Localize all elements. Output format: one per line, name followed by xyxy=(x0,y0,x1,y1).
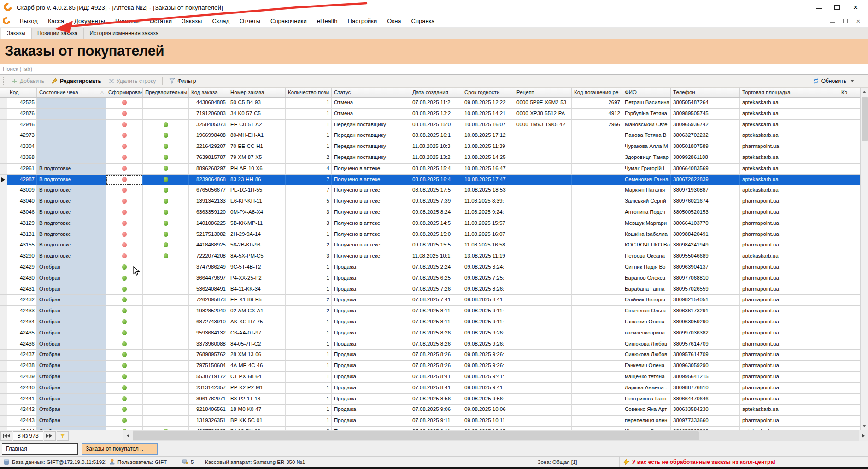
cell-expires[interactable]: 09.08.2025 8:41: xyxy=(462,295,514,306)
cell-fio[interactable]: Барабана Ганна xyxy=(622,284,671,295)
cell-created[interactable]: 07.08.2025 8:41 xyxy=(410,372,462,383)
column-header-redeem[interactable]: Код погашения ре xyxy=(572,88,622,97)
cell-expires[interactable]: 10.08.2025 14:21 xyxy=(462,109,514,120)
cell-prelim[interactable] xyxy=(143,273,189,284)
tab-История изменения заказа[interactable]: История изменения заказа xyxy=(84,28,165,39)
cell-code[interactable]: 42876 xyxy=(7,109,37,120)
cell-formed[interactable] xyxy=(106,328,143,339)
cell-redeem[interactable]: 4912 xyxy=(572,109,622,120)
table-row[interactable]: 42430Отобран3664479697P4-XX-25-P21Продаж… xyxy=(0,273,860,284)
cell-qty[interactable]: 2 xyxy=(286,295,332,306)
cell-created[interactable]: 07.08.2025 8:56 xyxy=(410,394,462,405)
cell-formed[interactable] xyxy=(106,218,143,229)
cell-state[interactable]: В подготовке xyxy=(37,164,106,175)
menu-item-eHealth[interactable]: eHealth xyxy=(312,16,343,26)
cell-prelim[interactable] xyxy=(143,109,189,120)
column-header-platform[interactable]: Торговая площадка xyxy=(740,88,839,97)
cell-phone[interactable]: 380963059290 xyxy=(671,317,740,328)
cell-ko[interactable] xyxy=(839,207,860,218)
cell-recipe[interactable] xyxy=(514,405,572,416)
cell-formed[interactable] xyxy=(106,175,143,186)
cell-redeem[interactable] xyxy=(572,405,622,416)
cell-recipe[interactable] xyxy=(514,383,572,394)
cell-indicator[interactable] xyxy=(0,251,7,262)
cell-state[interactable]: Отобран xyxy=(37,295,106,306)
cell-code[interactable]: 42961 xyxy=(7,164,37,175)
cell-prelim[interactable] xyxy=(143,120,189,131)
column-header-order_num[interactable]: Номер заказа xyxy=(228,88,286,97)
cell-order_code[interactable]: 6872743910 xyxy=(189,317,228,328)
table-row[interactable]: 42429Отобран37479862499C-5T-4B-T21Продаж… xyxy=(0,262,860,273)
add-button[interactable]: Добавить xyxy=(8,76,48,86)
cell-phone[interactable]: 380992861188 xyxy=(671,152,740,164)
vertical-scroll-thumb[interactable] xyxy=(862,97,868,141)
cell-redeem[interactable] xyxy=(572,295,622,306)
cell-order_num[interactable]: 02-AM-CX-A1 xyxy=(228,306,286,317)
cell-status[interactable]: Получено в аптеке xyxy=(332,251,410,262)
cell-indicator[interactable] xyxy=(0,152,7,164)
cell-state[interactable]: В подготовке xyxy=(37,207,106,218)
menu-item-Заказы[interactable]: Заказы xyxy=(177,16,207,26)
column-header-ko[interactable]: Ко xyxy=(839,88,860,97)
cell-order_code[interactable]: 1391342133 xyxy=(189,196,228,207)
cell-prelim[interactable] xyxy=(143,416,189,427)
cell-indicator[interactable] xyxy=(0,405,7,416)
cell-qty[interactable]: 1 xyxy=(286,317,332,328)
cell-formed[interactable] xyxy=(106,350,143,361)
table-row[interactable]: 42431Отобран5362408491B4-11-KK-341Продаж… xyxy=(0,284,860,295)
cell-redeem[interactable] xyxy=(572,164,622,175)
cell-recipe[interactable] xyxy=(514,284,572,295)
cell-expires[interactable]: 09.08.2025 9:26: xyxy=(462,361,514,372)
cell-formed[interactable] xyxy=(106,394,143,405)
cell-expires[interactable]: 09.08.2025 9:26: xyxy=(462,350,514,361)
cell-ko[interactable] xyxy=(839,196,860,207)
column-header-order_code[interactable]: Код заказа xyxy=(189,88,228,97)
cell-platform[interactable]: pharmapoint.ua xyxy=(740,295,839,306)
table-row[interactable]: 42442Отобран921840656118-M0-K0-471Продаж… xyxy=(0,405,860,416)
cell-created[interactable]: 07.08.2025 6:25 xyxy=(410,273,462,284)
cell-code[interactable]: 42439 xyxy=(7,372,37,383)
cell-order_num[interactable]: 83-23-HH-86 xyxy=(228,175,286,186)
cell-ko[interactable] xyxy=(839,328,860,339)
cell-state[interactable]: Отобран xyxy=(37,284,106,295)
cell-redeem[interactable] xyxy=(572,394,622,405)
cell-state[interactable]: Отобран xyxy=(37,372,106,383)
table-row[interactable]: 42432Отобран7262095873EE-X1-89-E52Продаж… xyxy=(0,295,860,306)
cell-expires[interactable]: 09.08.2025 10:15 xyxy=(462,427,514,430)
cell-ko[interactable] xyxy=(839,306,860,317)
cell-order_code[interactable]: 8896268297 xyxy=(189,164,228,175)
cell-indicator[interactable] xyxy=(0,175,7,186)
cell-phone[interactable]: 380995641215 xyxy=(671,372,740,383)
cell-code[interactable]: 43009 xyxy=(7,185,37,196)
cell-recipe[interactable] xyxy=(514,306,572,317)
cell-recipe[interactable] xyxy=(514,339,572,350)
cell-qty[interactable]: 3 xyxy=(286,207,332,218)
cell-indicator[interactable] xyxy=(0,317,7,328)
cell-state[interactable]: В подготовке xyxy=(37,196,106,207)
cell-created[interactable]: 07.08.2025 7:26 xyxy=(410,284,462,295)
cell-platform[interactable]: aptekaskarb.ua xyxy=(740,405,839,416)
cell-qty[interactable]: 1 xyxy=(286,350,332,361)
cell-formed[interactable] xyxy=(106,416,143,427)
cell-code[interactable]: 42438 xyxy=(7,361,37,372)
menu-item-Настройки[interactable]: Настройки xyxy=(343,16,382,26)
cell-ko[interactable] xyxy=(839,284,860,295)
cell-formed[interactable] xyxy=(106,306,143,317)
cell-state[interactable]: Отобран xyxy=(37,317,106,328)
cell-created[interactable]: 07.08.2025 8:11 xyxy=(410,317,462,328)
cell-created[interactable]: 07.08.2025 8:41 xyxy=(410,383,462,394)
cell-redeem[interactable] xyxy=(572,185,622,196)
cell-qty[interactable]: 1 xyxy=(286,361,332,372)
cell-recipe[interactable] xyxy=(514,262,572,273)
cell-created[interactable]: 11.08.2025 13:2 xyxy=(410,152,462,164)
cell-status[interactable]: Получено в аптеке xyxy=(332,229,410,240)
cell-formed[interactable] xyxy=(106,383,143,394)
cell-order_code[interactable]: 3961782971 xyxy=(189,394,228,405)
cell-fio[interactable]: Панова Тетяна В xyxy=(622,130,671,141)
cell-prelim[interactable] xyxy=(143,196,189,207)
cell-prelim[interactable] xyxy=(143,229,189,240)
cell-fio[interactable]: Сіняченко Ольга xyxy=(622,306,671,317)
cell-prelim[interactable] xyxy=(143,405,189,416)
cell-order_code[interactable]: 5362408491 xyxy=(189,284,228,295)
cell-created[interactable]: 09.08.2025 15:5 xyxy=(410,240,462,251)
